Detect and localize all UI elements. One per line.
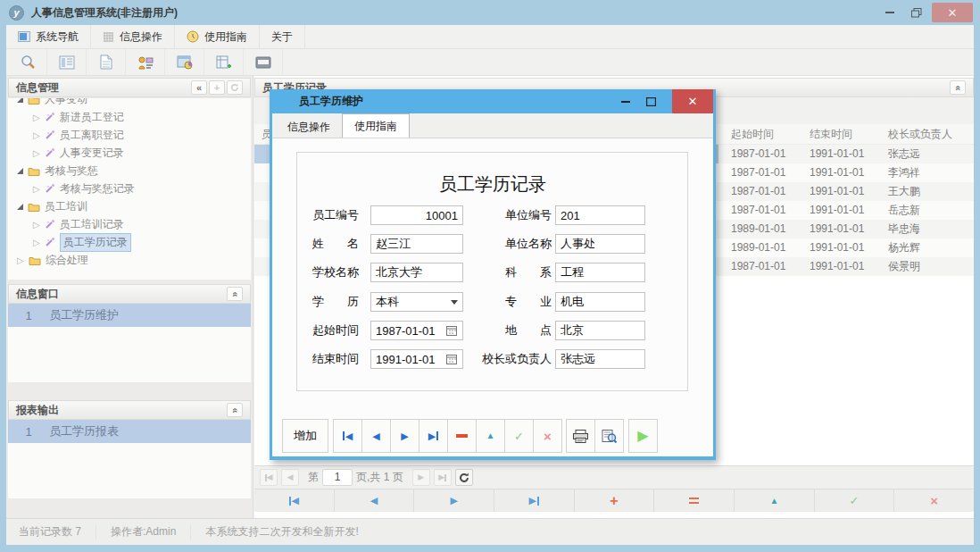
tab-user-guide[interactable]: 使用指南	[342, 113, 410, 138]
page-prev-button[interactable]: ◀	[281, 469, 299, 486]
nav-prior-button[interactable]: ◀	[335, 489, 415, 512]
tree-item-new-employee[interactable]: ▷ 新进员工登记	[17, 108, 251, 126]
collapsed-icon[interactable]: ▷	[33, 184, 40, 194]
nav-insert-button[interactable]: +	[575, 489, 655, 512]
rec-next-button[interactable]: ▶	[390, 419, 419, 453]
maximize-icon	[646, 97, 656, 106]
dialog-maximize-button[interactable]	[640, 89, 661, 113]
report-window-button[interactable]	[165, 49, 204, 75]
calendar-icon[interactable]	[446, 354, 458, 364]
name-field[interactable]: 赵三江	[370, 234, 463, 254]
start-date-field[interactable]: 1987-01-01	[370, 321, 463, 340]
collapsed-icon[interactable]: ▷	[33, 130, 40, 140]
page-next-button[interactable]: ▶	[412, 469, 430, 486]
column-header-principal[interactable]: 校长或负责人	[888, 124, 952, 145]
rec-last-button[interactable]: ▶	[419, 419, 448, 453]
rec-post-button[interactable]: ✓	[504, 419, 534, 453]
minimize-button[interactable]	[878, 3, 901, 22]
rec-edit-button[interactable]: ▲	[476, 419, 505, 453]
card-index-button[interactable]	[244, 49, 283, 75]
menu-about[interactable]: 关于	[260, 25, 305, 48]
collapse-panel-button[interactable]: «	[227, 287, 243, 301]
add-record-button[interactable]: 增加	[282, 419, 328, 453]
print-button[interactable]	[566, 419, 595, 453]
place-field[interactable]: 北京	[555, 321, 645, 340]
nav-last-button[interactable]: ▶	[494, 489, 575, 512]
sidebar: 信息管理 « + 人事变动	[6, 76, 253, 518]
rec-first-button[interactable]: ◀	[333, 419, 362, 453]
collapsed-icon[interactable]: ▷	[17, 255, 24, 265]
collapsed-icon[interactable]: ▷	[33, 113, 40, 122]
close-button[interactable]: ✕	[932, 3, 973, 22]
restore-button[interactable]	[905, 3, 928, 22]
list-item-education-report[interactable]: 1 员工学历报表	[8, 420, 251, 443]
document-button[interactable]	[87, 49, 126, 75]
collapse-main-panel-button[interactable]: «	[950, 80, 966, 95]
nav-next-button[interactable]: ▶	[414, 489, 494, 512]
add-button[interactable]: +	[209, 80, 225, 95]
collapse-panel-button[interactable]: «	[227, 403, 243, 417]
tree-folder-assessment[interactable]: 考核与奖惩	[17, 162, 251, 180]
expanded-icon[interactable]	[17, 98, 23, 103]
rec-cancel-button[interactable]: ×	[533, 419, 562, 453]
page-refresh-button[interactable]	[455, 469, 473, 486]
expanded-icon[interactable]	[17, 168, 23, 174]
page-number-input[interactable]: 1	[322, 469, 353, 486]
tab-info-operation[interactable]: 信息操作	[276, 116, 342, 138]
clock-icon	[187, 30, 199, 43]
page-last-button[interactable]: ▶	[434, 469, 452, 486]
degree-combobox[interactable]: 本科	[370, 292, 463, 312]
dialog-close-button[interactable]: ✕	[672, 89, 713, 113]
form-list-button[interactable]	[47, 49, 87, 75]
dropdown-arrow-icon[interactable]	[451, 300, 458, 305]
list-item-education-maintenance[interactable]: 1 员工学历维护	[8, 304, 251, 327]
tree-label: 综合处理	[46, 253, 88, 268]
refresh-button[interactable]	[227, 80, 243, 95]
post-record-icon: ✓	[850, 495, 860, 506]
column-header-end-date[interactable]: 结束时间	[810, 124, 852, 145]
nav-cancel-button[interactable]: ×	[894, 489, 974, 512]
first-record-icon	[289, 497, 291, 506]
dialog-minimize-button[interactable]	[615, 89, 636, 113]
tree-item-education-record[interactable]: ▷ 员工学历记录	[17, 233, 251, 251]
wand-icon	[45, 130, 55, 140]
tree-item-personnel-record[interactable]: ▷ 人事变更记录	[17, 144, 251, 162]
nav-delete-button[interactable]	[654, 489, 735, 512]
print-preview-button[interactable]	[594, 419, 624, 453]
unit-name-field[interactable]: 人事处	[555, 234, 645, 254]
collapsed-icon[interactable]: ▷	[33, 148, 40, 158]
school-name-field[interactable]: 北京大学	[370, 263, 463, 282]
execute-button[interactable]: ▶	[628, 419, 658, 453]
rec-prior-button[interactable]: ◀	[361, 419, 391, 453]
employee-id-field[interactable]: 10001	[370, 205, 463, 225]
nav-edit-button[interactable]: ▲	[735, 489, 815, 512]
tree-item-employee-leave[interactable]: ▷ 员工离职登记	[17, 126, 251, 144]
column-header-start-date[interactable]: 起始时间	[731, 124, 774, 145]
unit-id-field[interactable]: 201	[555, 205, 645, 225]
table-add-button[interactable]	[204, 49, 244, 75]
major-field[interactable]: 机电	[555, 292, 645, 312]
calendar-icon[interactable]	[446, 325, 458, 336]
search-doc-button[interactable]	[8, 49, 47, 75]
rec-delete-button[interactable]	[447, 419, 477, 453]
expanded-icon[interactable]	[17, 204, 23, 210]
menu-user-guide[interactable]: 使用指南	[175, 25, 260, 48]
end-date-field[interactable]: 1991-01-01	[370, 349, 463, 369]
collapsed-icon[interactable]: ▷	[33, 238, 40, 247]
collapse-sidebar-button[interactable]: «	[191, 80, 207, 95]
tree-folder-comprehensive[interactable]: ▷ 综合处理	[17, 251, 251, 269]
department-field[interactable]: 工程	[555, 263, 645, 282]
tree-item-training-record[interactable]: ▷ 员工培训记录	[17, 215, 251, 233]
nav-post-button[interactable]: ✓	[815, 489, 895, 512]
tree-folder-training[interactable]: 员工培训	[17, 197, 251, 215]
menu-info-operation[interactable]: 信息操作	[91, 25, 175, 48]
tree-item-assessment-record[interactable]: ▷ 考核与奖惩记录	[17, 180, 251, 197]
collapsed-icon[interactable]: ▷	[33, 220, 40, 230]
principal-field[interactable]: 张志远	[555, 349, 645, 369]
menu-system-nav[interactable]: 系统导航	[6, 25, 91, 48]
nav-first-button[interactable]: ◀	[254, 489, 335, 512]
tree-folder-personnel-change[interactable]: 人事变动	[17, 98, 251, 108]
page-first-button[interactable]: ◀	[260, 469, 278, 486]
employee-chart-button[interactable]	[126, 49, 165, 75]
start-date-label: 起始时间	[312, 321, 359, 340]
